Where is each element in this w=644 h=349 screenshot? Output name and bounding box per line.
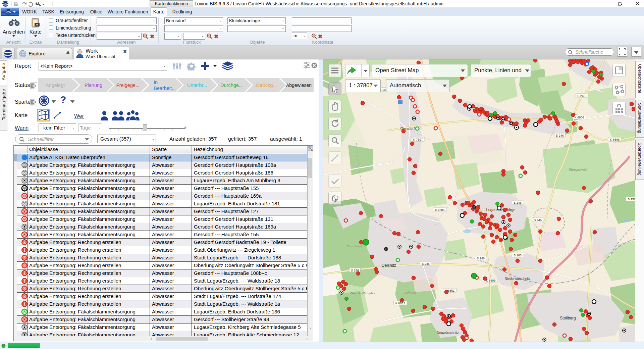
svg-text:K 7306: K 7306 [435,208,445,212]
svg-text:S 246: S 246 [514,201,522,204]
svg-text:S 246: S 246 [556,134,564,137]
svg-text:K 7307: K 7307 [413,138,423,141]
svg-text:Lohwald: Lohwald [405,291,416,294]
svg-text:S 258: S 258 [628,198,635,201]
svg-text:Neuwürschnitz: Neuwürschnitz [437,331,459,335]
svg-text:S 246: S 246 [534,218,542,222]
svg-text:K 8852: K 8852 [395,302,405,305]
svg-text:S 246: S 246 [422,262,430,265]
svg-text:Angelegt: Angelegt [46,83,65,88]
svg-text:Durchge...: Durchge... [220,83,243,88]
svg-text:Oelsnitz (Erzgeb.): Oelsnitz (Erzgeb.) [351,292,375,295]
svg-text:Stollberg: Stollberg [560,316,576,320]
svg-text:Zurückg...: Zurückg... [255,83,277,88]
svg-text:B 180: B 180 [514,254,522,257]
svg-text:K 8809: K 8809 [486,279,496,282]
svg-text:Rauschwald: Rauschwald [346,245,363,248]
svg-text:S 246: S 246 [577,94,585,98]
svg-text:K 8806: K 8806 [575,116,584,119]
svg-text:Steegerwald: Steegerwald [569,168,587,171]
svg-text:S 246: S 246 [477,257,485,260]
svg-text:K 8806: K 8806 [610,138,620,141]
svg-text:Oelsnitz: Oelsnitz [381,263,396,268]
svg-text:Unterbr...: Unterbr... [187,83,207,88]
svg-text:Planung: Planung [85,83,102,88]
svg-text:Freigege...: Freigege... [116,83,140,88]
svg-text:Abgewiesen: Abgewiesen [286,83,312,88]
svg-text:Niederwürschnitz: Niederwürschnitz [505,277,531,281]
